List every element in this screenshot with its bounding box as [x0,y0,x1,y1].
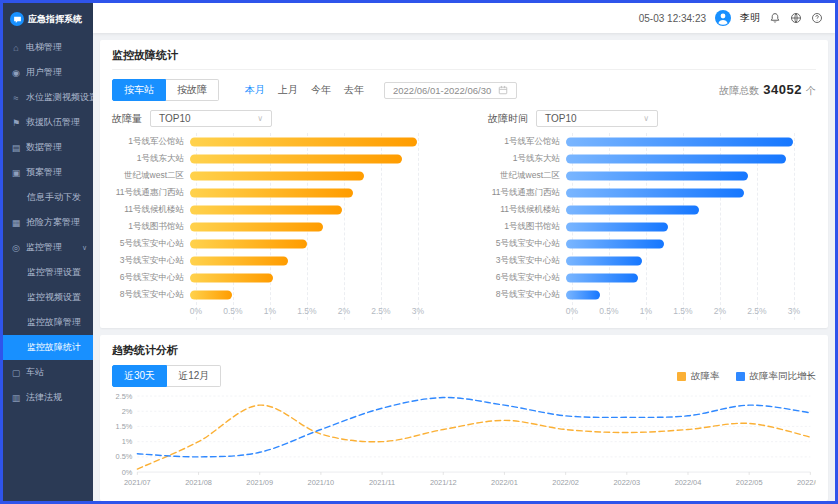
fault-stats-card: 监控故障统计 按车站 按故障 本月 上月 今年 去年 2022/06/01-20… [100,40,828,328]
main-content: 监控故障统计 按车站 按故障 本月 上月 今年 去年 2022/06/01-20… [93,33,835,501]
sidebar-item[interactable]: ⌂电梯管理 [3,35,93,60]
bar-track [566,201,816,218]
tab-last-12-months[interactable]: 近12月 [167,365,221,387]
bar-category-label: 1号线军公馆站 [112,136,190,148]
sidebar-item[interactable]: ▢车站 [3,360,93,385]
bar [566,154,786,163]
sidebar-item[interactable]: ⚑救援队伍管理 [3,110,93,135]
bar-category-label: 11号线候机楼站 [488,204,566,216]
sidebar-item[interactable]: 监控视频设置 [3,285,93,310]
bar-track [190,201,440,218]
sidebar-item[interactable]: ▥法律法规 [3,385,93,410]
bar-category-label: 6号线宝安中心站 [488,272,566,284]
axis-tick-label: 2% [714,306,726,316]
bar-track [190,167,440,184]
axis-tick-label: 1.5% [673,306,692,316]
bar [190,222,323,231]
top-filter-select[interactable]: TOP10 ∨ [150,110,272,127]
axis-tick-label: 3% [412,306,424,316]
bar [190,256,288,265]
bar-row: 11号线通惠门西站 [488,184,816,201]
chevron-down-icon: ∨ [643,114,649,123]
bar-row: 1号线东大站 [112,150,440,167]
help-icon[interactable] [811,12,823,24]
bar-category-label: 11号线候机楼站 [112,204,190,216]
bar [566,222,668,231]
sidebar-item[interactable]: 监控故障管理 [3,310,93,335]
axis-tick-label: 3% [788,306,800,316]
bar-row: 11号线候机楼站 [112,201,440,218]
bar-track [566,184,816,201]
sidebar-item[interactable]: ≈水位监测视频设置 [3,85,93,110]
sidebar-item-label: 车站 [26,366,44,379]
fault-time-chart-label: 故障时间 [488,112,528,126]
bar-category-label: 8号线宝安中心站 [488,289,566,301]
bar [190,171,364,180]
trend-card: 趋势统计分析 近30天 近12月 故障率 故障率同比增长 [100,335,828,501]
top-filter-select[interactable]: TOP10 ∨ [536,110,658,127]
range-this-year[interactable]: 今年 [311,83,331,97]
axis-tick-label: 0.5% [223,306,242,316]
sidebar-item[interactable]: ▦抢险方案管理 [3,210,93,235]
y-axis-tick-label: 1% [122,437,133,446]
bar [190,154,402,163]
bar-track [190,150,440,167]
sidebar-item[interactable]: 信息手动下发 [3,185,93,210]
x-axis-tick-label: 2022/06 [797,478,816,487]
username[interactable]: 李明 [740,11,760,25]
tab-by-station[interactable]: 按车站 [112,79,166,101]
avatar[interactable] [715,10,731,26]
date-range-picker[interactable]: 2022/06/01-2022/06/30 [384,82,517,99]
bar-track [566,235,816,252]
bar-track [190,269,440,286]
sidebar-item-label: 预案管理 [26,166,62,179]
bar-track [190,133,440,150]
view-mode-tabs: 按车站 按故障 [112,79,219,101]
bar-row: 8号线宝安中心站 [488,286,816,303]
app-window: 应急指挥系统 ⌂电梯管理◉用户管理≈水位监测视频设置⚑救援队伍管理▤数据管理▣预… [0,0,838,504]
fault-count-chart-label: 故障量 [112,112,142,126]
trend-card-title: 趋势统计分析 [112,343,816,358]
sidebar-item[interactable]: 监控管理设置 [3,260,93,285]
bell-icon[interactable] [769,12,781,24]
bar-row: 5号线宝安中心站 [112,235,440,252]
date-range-value: 2022/06/01-2022/06/30 [393,85,491,96]
bar-row: 1号线东大站 [488,150,816,167]
elevator-icon: ⌂ [11,43,21,53]
tab-by-fault[interactable]: 按故障 [166,79,219,101]
sidebar-item[interactable]: ▤数据管理 [3,135,93,160]
sidebar-item[interactable]: ◎监控管理∨ [3,235,93,260]
bar-row: 6号线宝安中心站 [112,269,440,286]
bar-track [190,218,440,235]
bar [190,239,307,248]
globe-icon[interactable] [790,12,802,24]
range-this-month[interactable]: 本月 [245,83,265,97]
bar [190,273,273,282]
range-last-year[interactable]: 去年 [344,83,364,97]
bar-track [566,150,816,167]
sidebar-item[interactable]: 监控故障统计 [3,335,93,360]
bar-category-label: 1号线东大站 [488,153,566,165]
sidebar-item[interactable]: ◉用户管理 [3,60,93,85]
sidebar-item[interactable]: ▣预案管理 [3,160,93,185]
range-last-month[interactable]: 上月 [278,83,298,97]
bar-category-label: 3号线宝安中心站 [488,255,566,267]
sidebar-item-label: 电梯管理 [26,41,62,54]
bar-row: 世纪城west二区 [112,167,440,184]
legend-fault-rate[interactable]: 故障率 [677,370,720,383]
fault-count-chart: 故障量 TOP10 ∨ 1号线军公馆站1号线东大站世纪城west二区11号线通惠… [112,110,440,320]
fault-time-chart: 故障时间 TOP10 ∨ 1号线军公馆站1号线东大站世纪城west二区11号线通… [488,110,816,320]
x-axis: 0%0.5%1%1.5%2%2.5%3% [196,306,440,320]
bar-row: 1号线军公馆站 [488,133,816,150]
axis-tick-label: 1.5% [297,306,316,316]
x-axis-tick-label: 2022/03 [613,478,640,487]
data-icon: ▤ [11,143,21,153]
bar-category-label: 1号线东大站 [112,153,190,165]
legend-fault-rate-yoy[interactable]: 故障率同比增长 [736,370,817,383]
fault-card-title: 监控故障统计 [112,48,816,70]
bar-category-label: 6号线宝安中心站 [112,272,190,284]
bar-row: 8号线宝安中心站 [112,286,440,303]
bar-track [190,252,440,269]
bar [190,205,342,214]
tab-last-30-days[interactable]: 近30天 [112,365,167,387]
